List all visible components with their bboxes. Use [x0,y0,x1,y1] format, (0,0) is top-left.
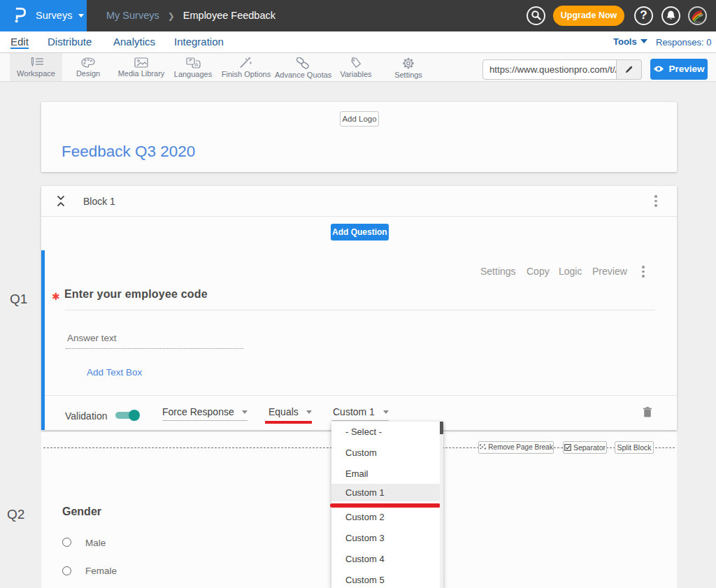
svg-text:A: A [194,62,198,68]
